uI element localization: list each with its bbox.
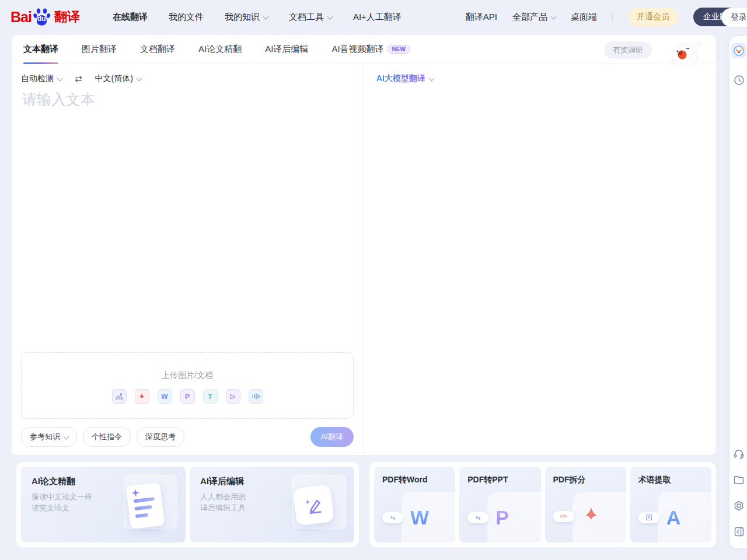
divider <box>612 12 613 22</box>
output-mode-label: AI大模型翻译 <box>376 74 425 84</box>
nav-my-knowledge[interactable]: 我的知识 <box>225 12 268 23</box>
upload-dropzone[interactable]: 上传图片/文档 W P T ▷ <box>21 352 354 419</box>
language-bar: 自动检测 ⇄ 中文(简体) <box>21 70 141 88</box>
source-language-select[interactable]: 自动检测 <box>21 74 62 84</box>
tab-image-translate[interactable]: 图片翻译 <box>82 35 117 64</box>
term-extract-illustration: A <box>638 508 706 527</box>
target-language-select[interactable]: 中文(简体) <box>95 74 141 84</box>
audio-file-icon <box>249 389 263 404</box>
link-desktop-app[interactable]: 桌面端 <box>571 12 597 23</box>
deep-thinking-button[interactable]: 深度思考 <box>137 427 184 447</box>
chevron-down-icon <box>263 13 268 19</box>
video-file-icon: ▷ <box>226 389 240 404</box>
swap-languages-icon[interactable]: ⇄ <box>75 74 82 84</box>
tool-cards-group: PDF转Word ⇆ W PDF转PPT ⇆ P PDF拆分 </> 术语提取 … <box>369 462 716 547</box>
personal-instruction-button[interactable]: 个性指令 <box>83 427 131 447</box>
pdf-to-ppt-illustration: ⇆ P <box>467 508 535 527</box>
chevron-down-icon <box>57 75 63 81</box>
pdf-file-icon <box>135 389 149 404</box>
tab-ai-av-translate[interactable]: AI音视频翻译NEW <box>331 35 410 64</box>
pdf-to-word-illustration: ⇆ W <box>382 508 449 527</box>
card-title: PDF转PPT <box>467 475 532 485</box>
translator-body: 自动检测 ⇄ 中文(简体) 请输入文本 上传图片/文档 W P T ▷ <box>12 64 716 454</box>
nav-doc-tools[interactable]: 文档工具 <box>289 12 332 23</box>
card-title: PDF转Word <box>382 475 447 485</box>
rabbit-mascot-illustration <box>667 36 703 66</box>
output-pane: AI大模型翻译 <box>364 64 716 454</box>
ppt-file-icon: P <box>180 389 195 404</box>
chevron-down-icon <box>64 433 69 439</box>
translator-panel: 文本翻译 图片翻译 文档翻译 AI论文精翻 AI译后编辑 AI音视频翻译NEW … <box>12 35 716 455</box>
link-all-products[interactable]: 全部产品 <box>512 12 556 23</box>
new-badge: NEW <box>388 45 410 54</box>
extract-icon <box>638 512 659 523</box>
settings-icon[interactable] <box>732 499 745 512</box>
chevron-down-icon <box>551 13 557 19</box>
card-ai-post-edit[interactable]: AI译后编辑 人人都会用的 译后编辑工具 <box>190 467 354 542</box>
login-button[interactable]: 登录 <box>721 8 747 27</box>
card-title: 术语提取 <box>638 475 703 485</box>
baidu-paw-icon: du <box>33 7 53 27</box>
chevron-down-icon <box>429 75 435 81</box>
card-term-extract[interactable]: 术语提取 A <box>630 467 711 542</box>
ai-translate-button[interactable]: AI翻译 <box>310 427 354 447</box>
convert-swap-icon: ⇆ <box>382 512 403 523</box>
upload-title: 上传图片/文档 <box>22 370 353 381</box>
tab-ai-post-edit[interactable]: AI译后编辑 <box>265 35 308 64</box>
chevron-down-icon <box>136 75 142 81</box>
logo-text-du: du <box>37 15 46 23</box>
pdf-logo-icon <box>581 505 601 527</box>
top-header: Bai du 翻译 在线翻译 我的文件 我的知识 文档工具 AI+人工翻译 翻译… <box>0 0 747 34</box>
source-pane: 自动检测 ⇄ 中文(简体) 请输入文本 上传图片/文档 W P T ▷ <box>12 64 364 454</box>
reference-knowledge-button[interactable]: 参考知识 <box>21 427 77 447</box>
folder-icon[interactable] <box>732 474 745 487</box>
term-letter-icon: A <box>666 508 681 527</box>
vip-membership-button[interactable]: 开通会员 <box>628 8 678 26</box>
baidu-translate-logo[interactable]: Bai du 翻译 <box>11 7 80 27</box>
nav-ai-human-translate[interactable]: AI+人工翻译 <box>353 12 402 23</box>
upload-filetype-icons: W P T ▷ <box>22 389 353 404</box>
source-input[interactable]: 请输入文本 <box>22 90 95 109</box>
tab-document-translate[interactable]: 文档翻译 <box>140 35 175 64</box>
paper-doc-illustration <box>114 476 173 537</box>
tab-ai-paper-translate[interactable]: AI论文精翻 <box>198 35 242 64</box>
promo-cards-group: AI论文精翻 像读中文论文一样 读英文论文 AI译后编辑 人人都会用的 译后编辑… <box>16 462 359 547</box>
word-file-icon: W <box>158 389 172 404</box>
word-letter-icon: W <box>410 508 429 527</box>
collapse-panel-icon[interactable] <box>732 525 745 538</box>
card-title: PDF拆分 <box>553 475 618 485</box>
history-icon[interactable] <box>732 74 745 86</box>
ppt-letter-icon: P <box>495 508 509 527</box>
image-file-icon <box>112 389 127 404</box>
survey-button[interactable]: 有奖调研 <box>604 41 652 59</box>
translate-options-row: 参考知识 个性指令 深度思考 AI翻译 <box>21 427 354 447</box>
logo-text-bai: Bai <box>11 9 32 26</box>
support-headset-icon[interactable] <box>732 448 745 461</box>
convert-swap-icon: ⇆ <box>467 512 488 523</box>
nav-my-files[interactable]: 我的文件 <box>169 12 204 23</box>
assistant-icon[interactable] <box>731 43 746 58</box>
header-right-links: 翻译API 全部产品 桌面端 开通会员 企业版 <box>466 8 738 26</box>
logo-text-fanyi: 翻译 <box>54 8 80 26</box>
edit-pencil-illustration <box>283 476 341 537</box>
tab-text-translate[interactable]: 文本翻译 <box>23 35 58 64</box>
card-pdf-to-word[interactable]: PDF转Word ⇆ W <box>374 467 455 542</box>
nav-online-translate[interactable]: 在线翻译 <box>113 12 148 23</box>
card-pdf-to-ppt[interactable]: PDF转PPT ⇆ P <box>459 467 540 542</box>
floating-side-rail <box>729 36 747 548</box>
chevron-down-icon <box>327 13 333 19</box>
primary-nav: 在线翻译 我的文件 我的知识 文档工具 AI+人工翻译 <box>113 12 402 23</box>
translator-tabbar: 文本翻译 图片翻译 文档翻译 AI论文精翻 AI译后编辑 AI音视频翻译NEW … <box>12 35 716 64</box>
txt-file-icon: T <box>203 389 218 404</box>
split-code-icon: </> <box>553 511 574 522</box>
output-mode-select[interactable]: AI大模型翻译 <box>376 74 434 84</box>
card-pdf-split[interactable]: PDF拆分 </> <box>545 467 626 542</box>
pdf-split-illustration: </> <box>553 505 620 527</box>
link-translate-api[interactable]: 翻译API <box>466 12 497 23</box>
card-ai-paper-translate[interactable]: AI论文精翻 像读中文论文一样 读英文论文 <box>21 467 186 542</box>
